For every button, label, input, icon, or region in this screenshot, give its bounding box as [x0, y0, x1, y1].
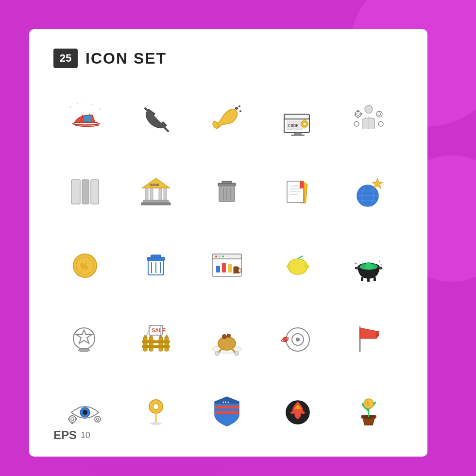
svg-point-126 [235, 352, 238, 356]
svg-point-149 [153, 404, 159, 409]
svg-text:✦: ✦ [354, 261, 357, 266]
svg-rect-97 [355, 267, 359, 269]
svg-rect-84 [228, 264, 232, 272]
svg-point-11 [238, 105, 240, 107]
icon-globe-star [337, 160, 400, 223]
svg-rect-22 [304, 126, 306, 128]
svg-point-28 [357, 113, 359, 116]
svg-point-108 [78, 349, 90, 352]
svg-rect-33 [357, 110, 359, 112]
header-title: ICON SET [85, 50, 167, 68]
svg-rect-113 [159, 338, 163, 351]
svg-point-130 [228, 335, 230, 337]
svg-text:✦: ✦ [380, 263, 382, 266]
footer-eps: EPS [53, 428, 77, 442]
svg-point-10 [239, 110, 241, 112]
svg-point-138 [83, 410, 87, 415]
svg-text:✦: ✦ [378, 260, 381, 263]
icon-lemon [266, 233, 329, 296]
icon-horn [195, 87, 258, 151]
header-number: 25 [53, 49, 78, 68]
svg-rect-24 [306, 123, 308, 125]
svg-marker-116 [165, 335, 169, 338]
main-card: 25 ICON SET [29, 29, 427, 457]
svg-point-80 [219, 255, 221, 257]
icon-sale-fence: SALE [124, 306, 187, 369]
svg-rect-38 [82, 180, 89, 204]
svg-rect-14 [284, 114, 309, 119]
svg-rect-83 [222, 263, 226, 272]
svg-rect-16 [291, 135, 305, 136]
svg-point-20 [303, 122, 306, 125]
svg-point-146 [95, 416, 101, 422]
svg-point-89 [305, 265, 309, 268]
svg-point-1 [99, 108, 101, 110]
svg-point-31 [354, 121, 359, 126]
svg-rect-45 [164, 188, 167, 200]
svg-point-12 [212, 120, 220, 130]
svg-point-9 [235, 107, 238, 110]
icon-columns [53, 160, 117, 223]
svg-rect-86 [233, 272, 239, 273]
svg-point-147 [97, 418, 99, 421]
svg-rect-49 [222, 181, 232, 184]
svg-rect-111 [149, 338, 153, 351]
svg-point-29 [376, 111, 382, 117]
icon-no-call [124, 87, 187, 151]
svg-text:BANK: BANK [150, 183, 159, 187]
icon-money-plant: $ [337, 379, 400, 442]
svg-rect-143 [71, 423, 73, 424]
svg-rect-100 [367, 278, 370, 282]
svg-rect-99 [361, 277, 363, 281]
svg-point-2 [92, 104, 93, 105]
icon-discount: % [53, 233, 117, 296]
svg-text:%: % [80, 262, 88, 272]
svg-point-150 [150, 422, 162, 425]
svg-rect-82 [216, 266, 220, 272]
icon-trash-blue [124, 233, 187, 296]
icon-sheriff-badge [53, 306, 117, 369]
svg-point-25 [365, 105, 373, 113]
svg-rect-61 [300, 181, 304, 188]
svg-text:SALE: SALE [152, 327, 166, 333]
icon-trash [195, 160, 258, 223]
icon-dashboard [195, 233, 258, 296]
svg-rect-118 [142, 345, 170, 348]
footer-version: 10 [81, 430, 90, 441]
icon-bank: BANK [124, 160, 187, 223]
svg-text:★★★: ★★★ [222, 401, 229, 404]
svg-rect-43 [150, 188, 153, 200]
svg-rect-41 [143, 200, 169, 203]
svg-rect-117 [142, 340, 170, 343]
svg-rect-40 [141, 203, 170, 205]
icon-cauldron: ✦ ✦ ✦ [337, 233, 400, 296]
svg-text:$: $ [367, 401, 370, 407]
svg-point-3 [77, 103, 79, 104]
svg-point-95 [365, 265, 368, 268]
svg-rect-85 [234, 267, 238, 272]
icon-shield: ★★★ [195, 379, 258, 442]
svg-rect-109 [143, 338, 147, 351]
svg-point-81 [222, 255, 224, 257]
svg-rect-144 [68, 418, 69, 420]
svg-rect-145 [75, 418, 77, 420]
svg-rect-98 [378, 267, 382, 269]
svg-point-87 [288, 259, 307, 274]
svg-rect-44 [159, 188, 162, 200]
svg-point-96 [370, 265, 374, 269]
icon-target [266, 306, 329, 369]
icon-maple-badge [266, 379, 329, 442]
svg-rect-35 [355, 113, 356, 115]
svg-rect-21 [304, 119, 306, 121]
svg-point-128 [223, 335, 226, 338]
svg-point-140 [69, 416, 76, 423]
icon-turkey [195, 306, 258, 369]
svg-rect-36 [361, 113, 362, 115]
svg-point-125 [215, 352, 219, 356]
footer: EPS 10 [53, 428, 90, 442]
icon-sleigh [53, 87, 117, 151]
svg-point-141 [71, 418, 74, 421]
svg-rect-101 [374, 277, 376, 281]
svg-rect-23 [301, 123, 303, 125]
svg-text:CODE: CODE [288, 123, 299, 128]
